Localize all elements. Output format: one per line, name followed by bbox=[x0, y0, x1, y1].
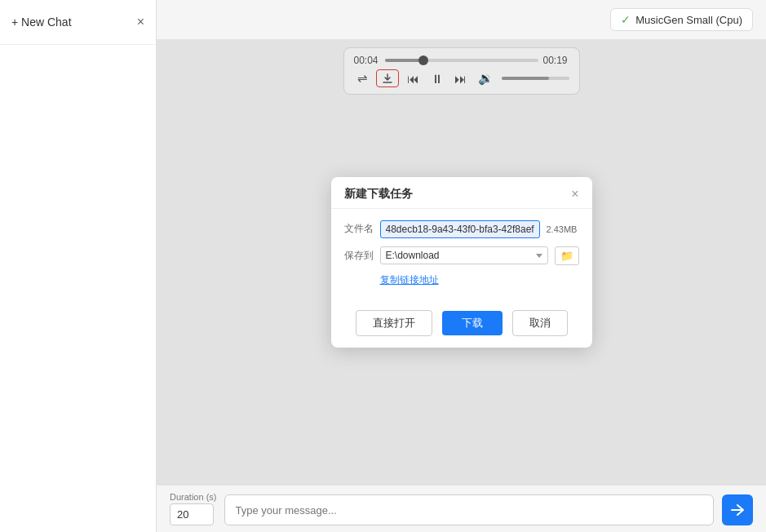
filename-input[interactable] bbox=[380, 220, 540, 238]
filename-label: 文件名 bbox=[344, 222, 374, 236]
main-area: ✓ MusicGen Small (Cpu) 00:04 00:19 ⇌ bbox=[157, 0, 766, 532]
dialog-title: 新建下载任务 bbox=[344, 187, 413, 202]
filename-row: 文件名 2.43MB bbox=[344, 220, 579, 238]
open-directly-button[interactable]: 直接打开 bbox=[356, 310, 432, 336]
filesize-label: 2.43MB bbox=[547, 224, 579, 234]
close-sidebar-button[interactable]: × bbox=[137, 15, 144, 29]
bottom-bar: Duration (s) bbox=[157, 485, 766, 532]
download-confirm-button[interactable]: 下载 bbox=[442, 311, 503, 335]
savepath-row: 保存到 📁 bbox=[344, 246, 579, 265]
send-button[interactable] bbox=[722, 494, 753, 525]
sidebar-header: + New Chat × bbox=[0, 0, 156, 45]
duration-input[interactable] bbox=[170, 503, 214, 525]
model-label: MusicGen Small (Cpu) bbox=[635, 14, 742, 26]
close-icon: × bbox=[137, 15, 144, 29]
topbar: ✓ MusicGen Small (Cpu) bbox=[157, 0, 766, 39]
dialog-title-bar: 新建下载任务 × bbox=[331, 177, 592, 209]
download-dialog: 新建下载任务 × 文件名 2.43MB 保存到 📁 bbox=[331, 177, 592, 348]
new-chat-button[interactable]: + New Chat bbox=[11, 16, 72, 29]
model-badge: ✓ MusicGen Small (Cpu) bbox=[610, 8, 753, 31]
dialog-actions: 直接打开 下载 取消 bbox=[331, 302, 592, 348]
dialog-close-icon: × bbox=[571, 187, 578, 201]
folder-button[interactable]: 📁 bbox=[555, 246, 579, 265]
dialog-body: 文件名 2.43MB 保存到 📁 复制链接地址 bbox=[331, 209, 592, 302]
dialog-close-button[interactable]: × bbox=[571, 187, 578, 202]
dialog-overlay: 新建下载任务 × 文件名 2.43MB 保存到 📁 bbox=[157, 39, 766, 485]
check-icon: ✓ bbox=[621, 13, 631, 26]
savepath-label: 保存到 bbox=[344, 249, 374, 263]
duration-label: Duration (s) bbox=[170, 492, 216, 502]
content-area: 00:04 00:19 ⇌ ⏮ ⏸ ⏭ 🔉 bbox=[157, 39, 766, 485]
copy-link-button[interactable]: 复制链接地址 bbox=[380, 273, 579, 287]
new-chat-label: + New Chat bbox=[11, 16, 72, 29]
savepath-input[interactable] bbox=[380, 246, 548, 264]
cancel-button[interactable]: 取消 bbox=[512, 310, 568, 336]
sidebar: + New Chat × bbox=[0, 0, 157, 532]
message-input[interactable] bbox=[224, 494, 714, 525]
duration-section: Duration (s) bbox=[170, 492, 216, 525]
